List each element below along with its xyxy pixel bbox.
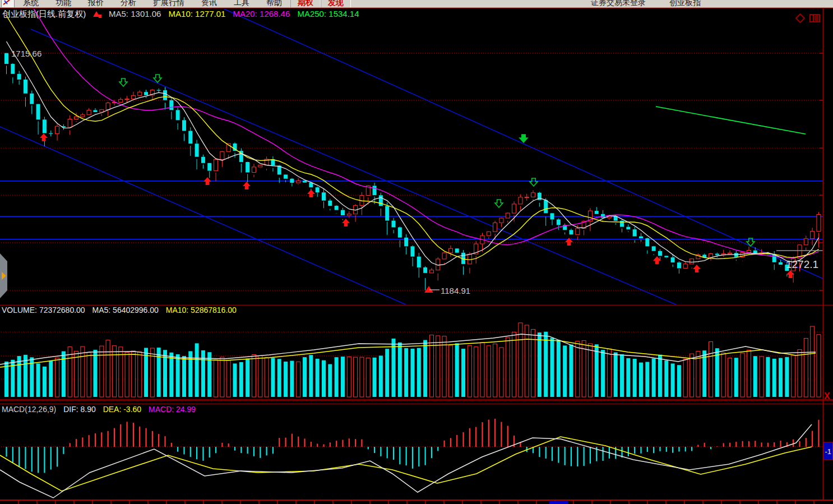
volume-ma5-value: MA5: 56402996.00 [92, 306, 159, 315]
volume-value: VOLUME: 72372680.00 [2, 306, 85, 315]
menu-item-system[interactable]: 系统 [15, 0, 47, 8]
buy-arrow-icon [40, 133, 48, 141]
status-trade-login[interactable]: 证券交易未登录 [591, 0, 646, 8]
sell-arrow-icon [154, 75, 161, 82]
menu-item-extended-quotes[interactable]: 扩展行情 [145, 0, 193, 8]
volume-bars [4, 323, 821, 397]
macd-pane [0, 419, 823, 498]
app-logo-icon[interactable] [1, 0, 15, 8]
ma5-value: MA5: 1301.06 [109, 9, 161, 19]
candles-layer [4, 53, 821, 290]
macd-header: MACD(12,26,9) DIF: 8.90 DEA: -3.60 MACD:… [2, 405, 201, 414]
main-chart-canvas[interactable]: 1715.661184.911272.1X-1 [0, 0, 833, 504]
buy-arrow-icon [653, 256, 661, 264]
menu-item-news[interactable]: 资讯 [193, 0, 225, 8]
bottom-axis-marker [549, 501, 568, 504]
split-window-icon[interactable] [809, 14, 821, 23]
buy-arrow-icon [693, 265, 701, 272]
chart-header: 创业板指(日线.前复权) MA5: 1301.06 MA10: 1277.01 … [2, 9, 364, 20]
volume-ma10-value: MA10: 52867816.00 [166, 306, 237, 315]
menu-item-help[interactable]: 帮助 [258, 0, 290, 8]
app-window: { "menu": { "items": ["系统","功能","报价","分析… [0, 0, 833, 504]
menu-button-options[interactable]: 期权 [290, 0, 321, 8]
dif-value: DIF: 8.90 [63, 405, 96, 414]
menu-button-discover[interactable]: 发现 [321, 0, 351, 8]
macd-value: MACD: 24.99 [149, 405, 196, 414]
macd-scale-badge-label: -1 [825, 447, 832, 456]
sell-arrow-icon [520, 135, 527, 142]
sell-arrow-icon [495, 200, 503, 207]
ma10-value: MA10: 1277.01 [169, 9, 226, 19]
sell-arrow-icon [530, 178, 538, 186]
menu-bar: 系统 功能 报价 分析 扩展行情 资讯 工具 帮助 期权 发现 证券交易未登录 … [0, 0, 833, 8]
price-tag-label: 1272.1 [786, 258, 818, 270]
macd-params: MACD(12,26,9) [2, 405, 56, 414]
buy-arrow-icon [203, 177, 211, 185]
ma250-value: MA250: 1534.14 [297, 9, 359, 19]
high-price-label: 1715.66 [11, 49, 41, 58]
buy-arrow-icon [307, 189, 315, 197]
status-current-symbol: 创业板指 [669, 0, 701, 8]
sell-arrow-icon [119, 78, 127, 86]
diamond-icon[interactable] [795, 13, 805, 23]
menu-item-analysis[interactable]: 分析 [112, 0, 145, 8]
left-panel-handle[interactable] [0, 253, 7, 298]
volume-header: VOLUME: 72372680.00 MA5: 56402996.00 MA1… [2, 306, 242, 315]
bottom-axis [18, 501, 814, 504]
dea-value: DEA: -3.60 [103, 405, 141, 414]
menu-item-tools[interactable]: 工具 [225, 0, 258, 8]
close-x-button[interactable]: X [824, 391, 830, 401]
low-price-label: 1184.91 [441, 286, 470, 295]
buy-arrow-icon [243, 182, 251, 189]
price-ma-lines [7, 0, 819, 265]
ma20-value: MA20: 1268.46 [233, 9, 290, 19]
right-margin-widgets: X-1 [823, 391, 833, 460]
up-arrow-icon-stem [99, 15, 101, 18]
symbol-title: 创业板指(日线.前复权) [2, 9, 86, 19]
buy-arrow-icon [342, 219, 350, 226]
signal-markers [40, 75, 794, 278]
menu-item-quotes[interactable]: 报价 [80, 0, 112, 8]
menu-item-function[interactable]: 功能 [47, 0, 80, 8]
